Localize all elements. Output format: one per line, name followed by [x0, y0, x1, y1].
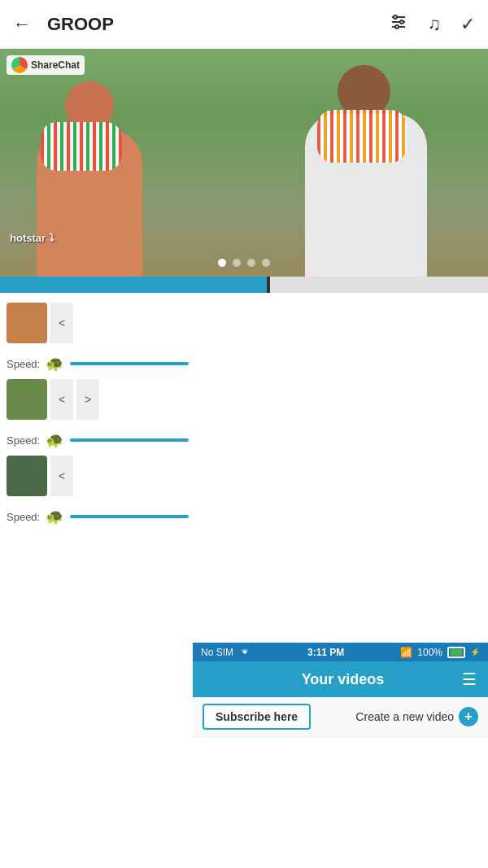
clip-row-3: < — [0, 456, 195, 496]
battery-text: 100% — [417, 647, 442, 658]
wifi-icon — [238, 646, 251, 658]
speed-row-1: Speed: 🐢 — [0, 353, 195, 379]
bluetooth-icon: 📶 — [400, 647, 412, 658]
clip-nav-2: < > — [50, 379, 99, 420]
speed-label-3: Speed: — [7, 511, 39, 523]
clip-next-btn-2[interactable]: > — [76, 379, 99, 420]
speed-turtle-2: 🐢 — [46, 431, 63, 449]
speed-row-2: Speed: 🐢 — [0, 430, 195, 456]
settings-icon[interactable] — [389, 12, 408, 36]
hamburger-menu-icon[interactable]: ☰ — [462, 670, 477, 689]
create-plus-icon: + — [459, 707, 478, 726]
clip-prev-btn-2[interactable]: < — [50, 379, 73, 420]
music-icon[interactable]: ♫ — [428, 14, 442, 35]
speed-turtle-3: 🐢 — [46, 508, 63, 526]
your-videos-header: Your videos ☰ — [193, 661, 488, 697]
banner-dots — [218, 259, 270, 267]
your-videos-title: Your videos — [224, 671, 462, 688]
sharechat-badge: ShareChat — [7, 55, 85, 75]
clip-nav-1: < — [50, 303, 76, 343]
status-left: No SIM — [201, 646, 251, 658]
sharechat-logo — [11, 57, 28, 73]
seek-bar-thumb — [267, 277, 270, 293]
clip-row-2: < > — [0, 379, 195, 420]
svg-point-5 — [395, 25, 399, 28]
dot-2 — [233, 259, 241, 267]
speed-slider-2[interactable] — [70, 438, 189, 442]
speed-slider-3[interactable] — [70, 515, 189, 518]
dot-1 — [218, 259, 226, 267]
dot-3 — [247, 259, 255, 267]
check-icon[interactable]: ✓ — [460, 14, 475, 35]
clip-prev-btn-3[interactable]: < — [50, 456, 73, 496]
sharechat-text: ShareChat — [31, 59, 80, 71]
speed-turtle-1: 🐢 — [46, 355, 63, 373]
nav-icons: ♫ ✓ — [389, 12, 476, 36]
seek-bar-filled — [0, 277, 268, 293]
svg-point-3 — [400, 20, 403, 24]
clip-thumb-2 — [7, 379, 47, 420]
seek-bar[interactable] — [0, 277, 488, 293]
hotstar-badge: hotstar ⤵ — [10, 232, 54, 244]
status-time: 3:11 PM — [307, 647, 344, 658]
clip-prev-btn-1[interactable]: < — [50, 303, 73, 343]
hotstar-text: hotstar ⤵ — [10, 232, 54, 244]
app-title: GROOP — [47, 14, 114, 35]
subscribe-button[interactable]: Subscribe here — [203, 704, 311, 730]
back-button[interactable]: ← — [13, 14, 31, 35]
create-new-video-button[interactable]: Create a new video + — [355, 707, 478, 726]
video-banner: ShareChat hotstar ⤵ — [0, 49, 488, 277]
clip-nav-3: < — [50, 456, 76, 496]
speed-label-1: Speed: — [7, 358, 39, 370]
subscribe-bar: Subscribe here Create a new video + — [193, 697, 488, 737]
top-navigation: ← GROOP ♫ ✓ — [0, 0, 488, 49]
speed-slider-1[interactable] — [70, 362, 189, 365]
clip-row-1: < — [0, 303, 195, 343]
sim-text: No SIM — [201, 647, 233, 658]
clips-panel: < Speed: 🐢 < > Speed: 🐢 — [0, 293, 195, 542]
clip-thumb-3 — [7, 456, 47, 496]
battery-icon — [447, 647, 465, 658]
create-new-label: Create a new video — [355, 710, 454, 723]
dot-4 — [262, 259, 270, 267]
status-bar: No SIM 3:11 PM 📶 100% ⚡ — [193, 643, 488, 661]
speed-row-3: Speed: 🐢 — [0, 506, 195, 532]
bottom-area: < Speed: 🐢 < > Speed: 🐢 — [0, 293, 488, 542]
speed-label-2: Speed: — [7, 434, 39, 447]
status-right: 📶 100% ⚡ — [400, 647, 480, 658]
svg-point-1 — [394, 15, 397, 19]
clip-thumb-1 — [7, 303, 47, 343]
